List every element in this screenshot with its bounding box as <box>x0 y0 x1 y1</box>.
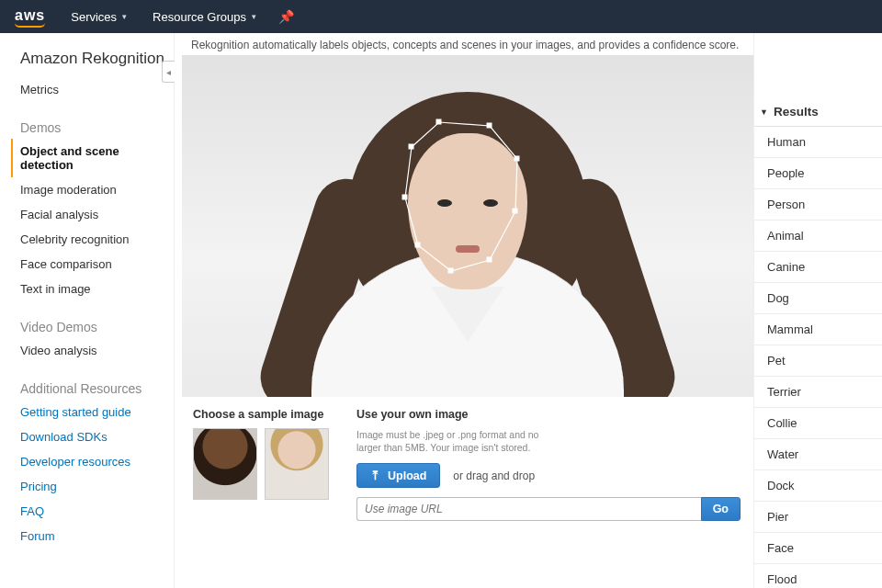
chevron-down-icon: ▾ <box>252 12 256 21</box>
sidebar-heading-demos: Demos <box>20 120 174 135</box>
caret-down-icon: ▼ <box>760 107 768 117</box>
own-image-heading: Use your own image <box>356 408 741 421</box>
upload-row: ⤒ Upload or drag and drop <box>356 463 741 488</box>
sidebar-item-video-analysis[interactable]: Video analysis <box>20 338 174 363</box>
chevron-down-icon: ▾ <box>122 12 127 21</box>
nav-resource-groups-label: Resource Groups <box>153 10 246 24</box>
nav-resource-groups[interactable]: Resource Groups ▾ <box>153 10 256 24</box>
result-item[interactable]: People <box>754 158 882 189</box>
main-layout: ◂ Amazon Rekognition Metrics Demos Objec… <box>0 33 882 588</box>
sample-thumbnails <box>193 428 329 500</box>
results-heading-label: Results <box>774 105 819 119</box>
center-column: Rekognition automatically labels objects… <box>175 33 753 588</box>
result-item[interactable]: Mammal <box>754 314 882 345</box>
sidebar-heading-video: Video Demos <box>20 320 174 334</box>
image-input-section: Choose a sample image Use your own image… <box>175 397 753 521</box>
results-header[interactable]: ▼ Results <box>754 99 882 127</box>
sidebar-item-facial-analysis[interactable]: Facial analysis <box>20 202 174 227</box>
sample-thumbnail-2[interactable] <box>265 428 329 500</box>
result-item[interactable]: Human <box>754 127 882 158</box>
sidebar-item-text-image[interactable]: Text in image <box>20 277 174 301</box>
nav-services[interactable]: Services ▾ <box>71 10 127 24</box>
result-item[interactable]: Water <box>754 439 882 470</box>
image-url-input[interactable] <box>356 497 701 521</box>
sidebar-item-forum[interactable]: Forum <box>20 524 174 548</box>
upload-button-label: Upload <box>388 469 426 482</box>
pin-icon[interactable]: 📌 <box>278 9 294 24</box>
sample-image-column: Choose a sample image <box>193 408 329 500</box>
go-button[interactable]: Go <box>701 497 741 521</box>
result-item[interactable]: Pet <box>754 345 882 377</box>
drag-drop-text: or drag and drop <box>453 469 535 482</box>
result-item[interactable]: Collie <box>754 408 882 439</box>
sidebar-item-celebrity[interactable]: Celebrity recognition <box>20 227 174 252</box>
result-item[interactable]: Canine <box>754 252 882 283</box>
result-item[interactable]: Dock <box>754 470 882 502</box>
sidebar-item-getting-started[interactable]: Getting started guide <box>20 400 174 424</box>
result-item[interactable]: Person <box>754 189 882 220</box>
url-row: Go <box>356 497 741 521</box>
result-item[interactable]: Flood <box>754 564 882 588</box>
sample-thumbnail-1[interactable] <box>193 428 257 500</box>
content-area: Rekognition automatically labels objects… <box>175 33 882 588</box>
sidebar-item-download-sdks[interactable]: Download SDKs <box>20 424 174 449</box>
service-title: Amazon Rekognition <box>20 50 174 68</box>
nav-services-label: Services <box>71 10 117 24</box>
results-panel: ▼ Results Human People Person Animal Can… <box>753 33 882 588</box>
upload-icon: ⤒ <box>370 469 380 482</box>
upload-button[interactable]: ⤒ Upload <box>356 463 440 488</box>
sidebar-item-developer-resources[interactable]: Developer resources <box>20 449 174 474</box>
aws-logo[interactable]: aws <box>15 7 45 26</box>
own-image-hint: Image must be .jpeg or .png format and n… <box>356 428 559 454</box>
top-navbar: aws Services ▾ Resource Groups ▾ 📌 <box>0 0 882 33</box>
result-item[interactable]: Pier <box>754 502 882 533</box>
page-description: Rekognition automatically labels objects… <box>175 33 753 55</box>
result-item[interactable]: Face <box>754 533 882 564</box>
analyzed-image <box>182 55 753 397</box>
sidebar-heading-additional: Additional Resources <box>20 381 174 396</box>
result-item[interactable]: Dog <box>754 283 882 314</box>
sample-heading: Choose a sample image <box>193 408 329 421</box>
own-image-column: Use your own image Image must be .jpeg o… <box>356 408 750 521</box>
sidebar-collapse-handle[interactable]: ◂ <box>162 61 175 83</box>
sidebar: ◂ Amazon Rekognition Metrics Demos Objec… <box>0 33 175 588</box>
sidebar-item-face-comparison[interactable]: Face comparison <box>20 252 174 277</box>
portrait-illustration <box>182 55 753 397</box>
sidebar-item-metrics[interactable]: Metrics <box>20 77 174 102</box>
result-item[interactable]: Terrier <box>754 377 882 408</box>
sidebar-item-object-scene[interactable]: Object and scene detection <box>11 139 174 177</box>
sidebar-item-image-moderation[interactable]: Image moderation <box>20 177 174 202</box>
sidebar-item-pricing[interactable]: Pricing <box>20 474 174 499</box>
sidebar-item-faq[interactable]: FAQ <box>20 499 174 524</box>
result-item[interactable]: Animal <box>754 220 882 252</box>
